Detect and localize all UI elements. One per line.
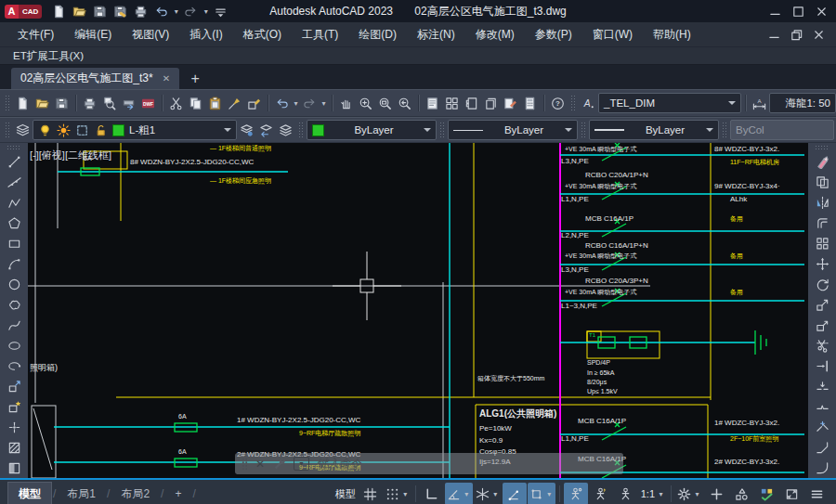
layer-states-icon[interactable] xyxy=(237,120,256,140)
layer-unlock-icon[interactable] xyxy=(94,123,108,137)
rectangle-icon[interactable] xyxy=(3,233,25,253)
line-icon[interactable] xyxy=(3,151,25,172)
block-editor-icon[interactable] xyxy=(244,93,264,113)
zoom-realtime-icon[interactable] xyxy=(356,93,375,113)
layer-thaw-icon[interactable] xyxy=(57,123,71,137)
close-tab-icon[interactable]: ✕ xyxy=(163,73,170,84)
layout-tab-1[interactable]: 布局1 xyxy=(57,483,106,504)
menu-item-9[interactable]: 参数(P) xyxy=(525,24,582,45)
doc-restore-icon[interactable] xyxy=(786,26,806,43)
rotate-icon[interactable] xyxy=(811,274,833,294)
command-input[interactable]: 键入命令 xyxy=(317,456,361,472)
status-annotation-monitor[interactable] xyxy=(704,483,728,504)
color-combo[interactable]: ByLayer xyxy=(307,120,437,140)
command-line-grip[interactable] xyxy=(242,458,248,471)
redo-icon[interactable] xyxy=(300,93,320,113)
status-annotation-auto[interactable] xyxy=(589,483,613,504)
help-icon[interactable]: ? xyxy=(548,93,568,113)
markup-icon[interactable] xyxy=(501,93,520,113)
plot-icon[interactable] xyxy=(131,1,150,21)
status-customization[interactable] xyxy=(804,483,829,504)
status-grid[interactable] xyxy=(359,483,383,504)
design-center-icon[interactable] xyxy=(442,93,462,113)
toolbar-grip[interactable] xyxy=(5,122,10,138)
command-line[interactable]: ✕ ▾ 键入命令 xyxy=(235,453,623,474)
osnap-dropdown[interactable]: ▾ xyxy=(545,490,554,498)
save-icon[interactable] xyxy=(90,1,110,21)
quick-calc-icon[interactable] xyxy=(520,93,540,113)
menu-item-7[interactable]: 标注(N) xyxy=(407,24,465,45)
status-otrack[interactable] xyxy=(503,483,527,504)
snap-dropdown[interactable]: ▾ xyxy=(401,490,410,498)
status-ortho[interactable] xyxy=(420,483,444,504)
toolbar-grip[interactable] xyxy=(439,122,445,138)
menu-item-8[interactable]: 修改(M) xyxy=(465,24,525,45)
close-icon[interactable] xyxy=(811,3,831,19)
doc-minimize-icon[interactable] xyxy=(764,26,784,43)
qat-menu-icon[interactable] xyxy=(211,1,230,21)
palette-grip[interactable] xyxy=(7,145,21,149)
sheet-set-icon[interactable] xyxy=(481,93,501,113)
wrench-icon[interactable] xyxy=(272,457,286,471)
open-icon[interactable] xyxy=(33,93,52,113)
fillet-icon[interactable] xyxy=(811,458,833,478)
join-icon[interactable] xyxy=(811,417,833,437)
command-close-icon[interactable]: ✕ xyxy=(255,458,265,471)
create-block-icon[interactable] xyxy=(3,396,25,417)
new-icon[interactable] xyxy=(13,93,33,113)
plot-preview-icon[interactable] xyxy=(99,93,119,113)
extend-icon[interactable] xyxy=(811,355,833,376)
undo-icon[interactable] xyxy=(272,93,292,113)
construction-line-icon[interactable] xyxy=(3,172,25,192)
redo-dropdown[interactable]: ▾ xyxy=(202,7,210,16)
layer-isolate-icon[interactable] xyxy=(276,120,295,140)
move-icon[interactable] xyxy=(811,253,833,274)
insert-block-icon[interactable] xyxy=(3,376,25,396)
status-annotation-visibility[interactable] xyxy=(564,483,588,504)
toolbar-grip[interactable] xyxy=(298,122,304,138)
status-isolate-objects[interactable] xyxy=(729,483,753,504)
layer-properties-icon[interactable] xyxy=(13,120,33,140)
save-icon[interactable] xyxy=(52,93,72,113)
layer-combo[interactable]: L-粗1 xyxy=(33,120,237,140)
chamfer-icon[interactable] xyxy=(811,437,833,458)
undo-dropdown[interactable]: ▾ xyxy=(292,99,300,108)
status-annotation-scale-person[interactable] xyxy=(614,483,638,504)
status-isometric[interactable]: ▾ xyxy=(474,483,502,504)
scale-combo[interactable]: 海龍1: 50 xyxy=(769,93,836,113)
layer-on-icon[interactable] xyxy=(38,123,52,137)
publish-icon[interactable] xyxy=(119,93,138,113)
tool-palettes-icon[interactable] xyxy=(462,93,481,113)
hatch-icon[interactable] xyxy=(3,437,25,458)
cut-icon[interactable] xyxy=(166,93,186,113)
drawing-canvas[interactable]: [-][俯视][二维线框]— 1F楼梯间普通照明6A8# WDZN-BYJ-2X… xyxy=(28,143,808,478)
circle-icon[interactable] xyxy=(3,274,25,294)
menu-item-3[interactable]: 插入(I) xyxy=(179,24,232,45)
recent-commands-icon[interactable]: ▾ xyxy=(294,457,309,471)
match-properties-icon[interactable] xyxy=(225,93,244,113)
status-clean-screen[interactable] xyxy=(779,483,803,504)
status-model-space[interactable]: 模型 xyxy=(333,483,358,504)
toolbar-grip[interactable] xyxy=(5,95,10,111)
menu-item-11[interactable]: 帮助(H) xyxy=(643,24,701,45)
menu-item-10[interactable]: 窗口(W) xyxy=(582,24,643,45)
save-as-icon[interactable] xyxy=(111,1,130,21)
lineweight-combo[interactable]: ByLayer xyxy=(589,120,719,140)
scale-icon[interactable] xyxy=(811,294,833,315)
redo-icon[interactable] xyxy=(181,1,201,21)
dwf-icon[interactable]: DWF xyxy=(138,93,158,113)
maximize-icon[interactable] xyxy=(788,3,808,19)
spline-icon[interactable] xyxy=(3,315,25,335)
toolbar-grip[interactable] xyxy=(570,95,576,111)
file-tab[interactable]: 02高层公区电气施工图_t3* ✕ xyxy=(11,68,179,89)
gradient-icon[interactable] xyxy=(3,458,25,478)
redo-dropdown[interactable]: ▾ xyxy=(320,99,328,108)
application-menu-button[interactable]: A CAD xyxy=(5,5,42,19)
break-point-icon[interactable] xyxy=(811,376,833,396)
status-snap[interactable]: ▾ xyxy=(384,483,411,504)
annotation-scale-dropdown[interactable]: ▾ xyxy=(657,490,665,498)
undo-dropdown[interactable]: ▾ xyxy=(172,7,180,16)
isometric-dropdown[interactable]: ▾ xyxy=(491,490,500,498)
point-icon[interactable] xyxy=(3,417,25,437)
properties-icon[interactable] xyxy=(423,93,442,113)
